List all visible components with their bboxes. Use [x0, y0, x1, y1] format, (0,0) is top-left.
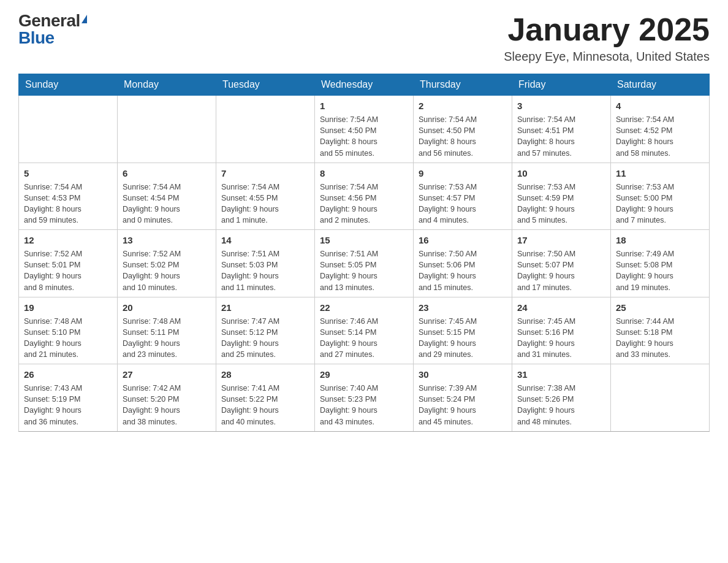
day-info: Sunrise: 7:54 AM Sunset: 4:50 PM Dayligh…	[320, 114, 408, 159]
calendar-cell	[216, 96, 315, 163]
calendar-cell	[611, 364, 710, 432]
day-number: 18	[616, 234, 704, 247]
day-info: Sunrise: 7:40 AM Sunset: 5:23 PM Dayligh…	[320, 383, 408, 427]
day-info: Sunrise: 7:47 AM Sunset: 5:12 PM Dayligh…	[221, 316, 309, 361]
calendar-table: SundayMondayTuesdayWednesdayThursdayFrid…	[18, 74, 710, 432]
day-number: 1	[320, 99, 408, 112]
calendar-cell: 6Sunrise: 7:54 AM Sunset: 4:54 PM Daylig…	[118, 163, 216, 230]
calendar-week-row: 26Sunrise: 7:43 AM Sunset: 5:19 PM Dayli…	[19, 364, 710, 432]
day-info: Sunrise: 7:52 AM Sunset: 5:01 PM Dayligh…	[24, 248, 112, 293]
calendar-cell: 31Sunrise: 7:38 AM Sunset: 5:26 PM Dayli…	[512, 364, 611, 432]
calendar-cell: 14Sunrise: 7:51 AM Sunset: 5:03 PM Dayli…	[216, 230, 315, 297]
day-info: Sunrise: 7:46 AM Sunset: 5:14 PM Dayligh…	[320, 316, 408, 361]
day-info: Sunrise: 7:49 AM Sunset: 5:08 PM Dayligh…	[616, 248, 704, 293]
location-title: Sleepy Eye, Minnesota, United States	[504, 50, 710, 64]
day-number: 12	[24, 234, 112, 247]
calendar-cell: 10Sunrise: 7:53 AM Sunset: 4:59 PM Dayli…	[512, 163, 611, 230]
calendar-cell: 23Sunrise: 7:45 AM Sunset: 5:15 PM Dayli…	[414, 297, 512, 364]
day-number: 23	[419, 301, 507, 314]
page-header: General Blue January 2025 Sleepy Eye, Mi…	[18, 12, 710, 64]
day-number: 31	[517, 368, 605, 381]
logo-general-text: General	[18, 12, 80, 29]
calendar-header-row: SundayMondayTuesdayWednesdayThursdayFrid…	[19, 74, 710, 96]
calendar-day-header: Wednesday	[315, 74, 414, 96]
day-info: Sunrise: 7:50 AM Sunset: 5:07 PM Dayligh…	[517, 248, 605, 293]
day-info: Sunrise: 7:43 AM Sunset: 5:19 PM Dayligh…	[24, 383, 112, 427]
calendar-cell: 7Sunrise: 7:54 AM Sunset: 4:55 PM Daylig…	[216, 163, 315, 230]
calendar-day-header: Monday	[118, 74, 216, 96]
day-number: 4	[616, 99, 704, 112]
day-number: 3	[517, 99, 605, 112]
calendar-day-header: Saturday	[611, 74, 710, 96]
calendar-day-header: Tuesday	[216, 74, 315, 96]
calendar-cell: 21Sunrise: 7:47 AM Sunset: 5:12 PM Dayli…	[216, 297, 315, 364]
day-info: Sunrise: 7:54 AM Sunset: 4:50 PM Dayligh…	[419, 114, 507, 159]
calendar-cell: 19Sunrise: 7:48 AM Sunset: 5:10 PM Dayli…	[19, 297, 118, 364]
day-info: Sunrise: 7:51 AM Sunset: 5:03 PM Dayligh…	[221, 248, 309, 293]
day-number: 24	[517, 301, 605, 314]
day-number: 14	[221, 234, 309, 247]
day-number: 13	[123, 234, 211, 247]
month-title: January 2025	[504, 12, 710, 47]
calendar-cell: 5Sunrise: 7:54 AM Sunset: 4:53 PM Daylig…	[19, 163, 118, 230]
day-number: 25	[616, 301, 704, 314]
calendar-cell: 26Sunrise: 7:43 AM Sunset: 5:19 PM Dayli…	[19, 364, 118, 432]
day-number: 6	[123, 167, 211, 180]
day-info: Sunrise: 7:38 AM Sunset: 5:26 PM Dayligh…	[517, 383, 605, 427]
calendar-cell: 18Sunrise: 7:49 AM Sunset: 5:08 PM Dayli…	[611, 230, 710, 297]
day-number: 17	[517, 234, 605, 247]
calendar-week-row: 5Sunrise: 7:54 AM Sunset: 4:53 PM Daylig…	[19, 163, 710, 230]
day-number: 10	[517, 167, 605, 180]
calendar-cell: 28Sunrise: 7:41 AM Sunset: 5:22 PM Dayli…	[216, 364, 315, 432]
calendar-week-row: 12Sunrise: 7:52 AM Sunset: 5:01 PM Dayli…	[19, 230, 710, 297]
day-info: Sunrise: 7:54 AM Sunset: 4:52 PM Dayligh…	[616, 114, 704, 159]
day-info: Sunrise: 7:53 AM Sunset: 4:57 PM Dayligh…	[419, 182, 507, 226]
day-info: Sunrise: 7:54 AM Sunset: 4:54 PM Dayligh…	[123, 182, 211, 226]
calendar-cell: 15Sunrise: 7:51 AM Sunset: 5:05 PM Dayli…	[315, 230, 414, 297]
calendar-cell: 12Sunrise: 7:52 AM Sunset: 5:01 PM Dayli…	[19, 230, 118, 297]
calendar-cell: 27Sunrise: 7:42 AM Sunset: 5:20 PM Dayli…	[118, 364, 216, 432]
day-info: Sunrise: 7:48 AM Sunset: 5:10 PM Dayligh…	[24, 316, 112, 361]
calendar-cell: 24Sunrise: 7:45 AM Sunset: 5:16 PM Dayli…	[512, 297, 611, 364]
day-number: 2	[419, 99, 507, 112]
calendar-cell: 16Sunrise: 7:50 AM Sunset: 5:06 PM Dayli…	[414, 230, 512, 297]
calendar-cell: 2Sunrise: 7:54 AM Sunset: 4:50 PM Daylig…	[414, 96, 512, 163]
calendar-day-header: Sunday	[19, 74, 118, 96]
day-number: 27	[123, 368, 211, 381]
day-info: Sunrise: 7:45 AM Sunset: 5:15 PM Dayligh…	[419, 316, 507, 361]
calendar-week-row: 19Sunrise: 7:48 AM Sunset: 5:10 PM Dayli…	[19, 297, 710, 364]
day-number: 26	[24, 368, 112, 381]
day-info: Sunrise: 7:52 AM Sunset: 5:02 PM Dayligh…	[123, 248, 211, 293]
calendar-week-row: 1Sunrise: 7:54 AM Sunset: 4:50 PM Daylig…	[19, 96, 710, 163]
day-number: 16	[419, 234, 507, 247]
day-info: Sunrise: 7:44 AM Sunset: 5:18 PM Dayligh…	[616, 316, 704, 361]
calendar-cell: 11Sunrise: 7:53 AM Sunset: 5:00 PM Dayli…	[611, 163, 710, 230]
day-info: Sunrise: 7:45 AM Sunset: 5:16 PM Dayligh…	[517, 316, 605, 361]
calendar-cell: 9Sunrise: 7:53 AM Sunset: 4:57 PM Daylig…	[414, 163, 512, 230]
day-info: Sunrise: 7:41 AM Sunset: 5:22 PM Dayligh…	[221, 383, 309, 427]
day-info: Sunrise: 7:54 AM Sunset: 4:55 PM Dayligh…	[221, 182, 309, 226]
logo-blue-text: Blue	[18, 29, 55, 47]
calendar-cell: 8Sunrise: 7:54 AM Sunset: 4:56 PM Daylig…	[315, 163, 414, 230]
logo: General Blue	[18, 12, 87, 47]
calendar-cell	[118, 96, 216, 163]
day-info: Sunrise: 7:42 AM Sunset: 5:20 PM Dayligh…	[123, 383, 211, 427]
day-number: 28	[221, 368, 309, 381]
calendar-cell: 20Sunrise: 7:48 AM Sunset: 5:11 PM Dayli…	[118, 297, 216, 364]
day-number: 21	[221, 301, 309, 314]
day-info: Sunrise: 7:54 AM Sunset: 4:51 PM Dayligh…	[517, 114, 605, 159]
day-number: 22	[320, 301, 408, 314]
day-number: 5	[24, 167, 112, 180]
calendar-cell: 25Sunrise: 7:44 AM Sunset: 5:18 PM Dayli…	[611, 297, 710, 364]
day-number: 15	[320, 234, 408, 247]
calendar-cell: 13Sunrise: 7:52 AM Sunset: 5:02 PM Dayli…	[118, 230, 216, 297]
day-number: 11	[616, 167, 704, 180]
day-number: 20	[123, 301, 211, 314]
day-info: Sunrise: 7:54 AM Sunset: 4:53 PM Dayligh…	[24, 182, 112, 226]
day-info: Sunrise: 7:50 AM Sunset: 5:06 PM Dayligh…	[419, 248, 507, 293]
day-number: 29	[320, 368, 408, 381]
calendar-cell: 1Sunrise: 7:54 AM Sunset: 4:50 PM Daylig…	[315, 96, 414, 163]
calendar-cell: 30Sunrise: 7:39 AM Sunset: 5:24 PM Dayli…	[414, 364, 512, 432]
calendar-day-header: Friday	[512, 74, 611, 96]
title-section: January 2025 Sleepy Eye, Minnesota, Unit…	[504, 12, 710, 64]
